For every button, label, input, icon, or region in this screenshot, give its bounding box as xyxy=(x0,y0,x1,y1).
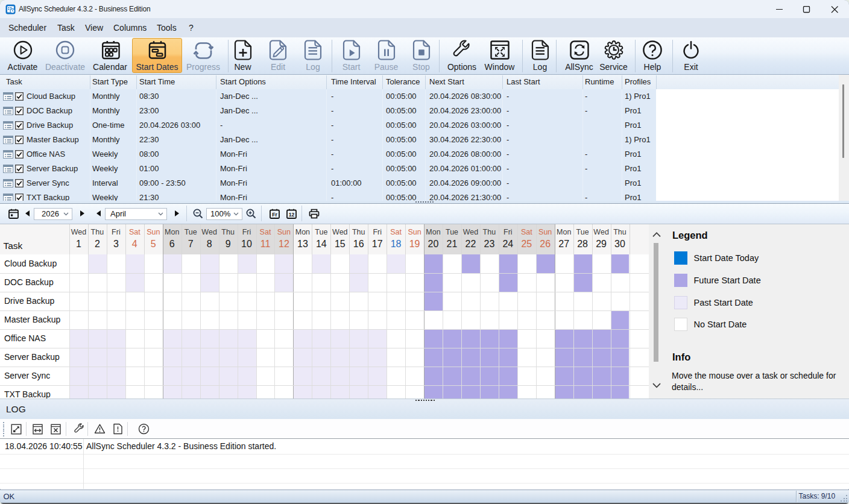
svg-text:12: 12 xyxy=(289,212,295,218)
svg-text:Fr: Fr xyxy=(272,212,277,218)
